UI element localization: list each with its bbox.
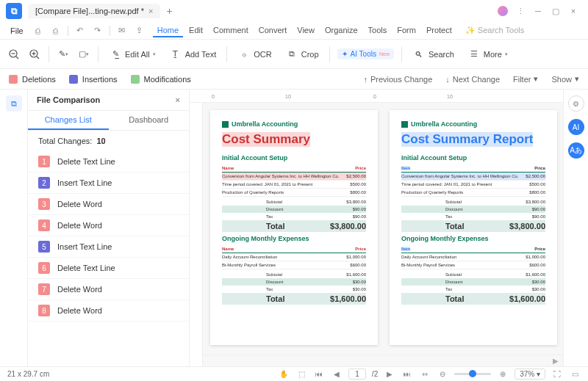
change-item[interactable]: 8Delete Word — [28, 300, 189, 322]
search-tools[interactable]: ✨ Search Tools — [465, 26, 524, 35]
close-panel-icon[interactable]: × — [176, 95, 180, 104]
table-1-right: ItemPrice Conversion from Angular System… — [401, 164, 545, 232]
table-row: Production of Quarterly Reports$800.00 — [401, 189, 545, 197]
pages-container: Umbrella Accounting Cost Summary Initial… — [190, 103, 563, 355]
logo-icon — [222, 121, 229, 128]
next-page-icon[interactable]: ▶ — [384, 369, 395, 380]
redo-icon[interactable]: ↷ — [90, 23, 105, 38]
last-page-icon[interactable]: ⏭ — [401, 369, 413, 380]
change-item[interactable]: 3Delete Word — [28, 194, 189, 215]
summary-row: Subtotal$1,600.00 — [222, 271, 366, 278]
slider-thumb[interactable] — [469, 370, 476, 377]
change-item[interactable]: 7Delete Word — [28, 279, 189, 300]
tab-dashboard[interactable]: Dashboard — [109, 111, 190, 130]
change-item[interactable]: 6Delete Text Line — [28, 258, 189, 279]
compare-panel-icon[interactable]: ⧉ — [6, 95, 22, 112]
tab-home[interactable]: Home — [153, 24, 183, 37]
ruler-horizontal: 010010 — [190, 90, 563, 103]
scroll-right-arrow[interactable]: ▶ — [553, 357, 559, 365]
change-item[interactable]: 1Delete Text Line — [28, 151, 189, 173]
section-heading: Initial Account Setup — [401, 154, 545, 162]
add-text-button[interactable]: ṮAdd Text — [166, 46, 220, 62]
close-window-button[interactable]: × — [564, 2, 582, 20]
crop-button[interactable]: ⧉Crop — [282, 46, 322, 62]
change-item[interactable]: 5Insert Text Line — [28, 236, 189, 258]
prev-page-icon[interactable]: ◀ — [331, 369, 343, 380]
change-label: Delete Text Line — [57, 157, 115, 166]
next-change-button[interactable]: ↓ Next Change — [445, 75, 500, 84]
page-right[interactable]: Umbrella Accounting Cost Summary Report … — [390, 110, 557, 345]
print-icon[interactable]: ⎙ — [49, 23, 63, 38]
page-input[interactable]: 1 — [348, 369, 366, 380]
kebab-icon[interactable]: ⋮ — [512, 2, 529, 20]
tab-organize[interactable]: Organize — [320, 24, 362, 37]
tab-title: [Compare File]...ting-new.pdf * — [35, 7, 144, 15]
fit-width-icon[interactable]: ⇔ — [419, 369, 431, 380]
minimize-button[interactable]: ─ — [529, 2, 547, 20]
zoom-in-sb-icon[interactable]: ⊕ — [497, 369, 509, 380]
tab-changes-list[interactable]: Changes List — [28, 111, 109, 130]
scrollbar-horizontal[interactable]: ▶ — [190, 355, 563, 366]
summary-row: Tax$90.00 — [222, 213, 366, 220]
right-rail: ⚙ AI Aあ — [563, 90, 588, 366]
highlighter-icon[interactable]: ✎▾ — [57, 48, 70, 61]
tab-view[interactable]: View — [293, 24, 319, 37]
edit-all-button[interactable]: ✎̲Edit All▾ — [106, 46, 159, 62]
section-heading: Ongoing Monthly Expenses — [401, 235, 545, 242]
tab-edit[interactable]: Edit — [184, 24, 207, 37]
menu-icon: ☰ — [467, 48, 481, 61]
search-icon: 🔍︎ — [412, 48, 426, 61]
total-changes: Total Changes:10 — [28, 131, 189, 151]
undo-icon[interactable]: ↶ — [73, 23, 87, 38]
share-icon[interactable]: ⇪ — [132, 23, 147, 38]
zoom-value[interactable]: 37% ▾ — [514, 369, 545, 380]
table-row: Bi-Monthly Payroll Services$600.00 — [222, 261, 366, 269]
settings-icon[interactable]: ⚙ — [568, 95, 584, 112]
zoom-out-icon[interactable] — [7, 48, 21, 61]
new-tab-button[interactable]: + — [166, 5, 172, 17]
document-tab[interactable]: [Compare File]...ting-new.pdf * × — [28, 4, 160, 18]
page-count: /2 — [372, 370, 378, 378]
search-button[interactable]: 🔍︎Search — [409, 46, 457, 62]
tab-protect[interactable]: Protect — [422, 24, 456, 37]
tab-convert[interactable]: Convert — [254, 24, 292, 37]
page-dimensions: 21 x 29.7 cm — [7, 370, 49, 378]
maximize-button[interactable]: ▢ — [547, 2, 564, 20]
select-tool-icon[interactable]: ⬚ — [295, 369, 307, 380]
ai-icon: ✦ — [342, 50, 348, 58]
summary-row: Total$3,800.00 — [222, 220, 366, 232]
ocr-icon: ⟐ — [237, 48, 251, 61]
ai-tools-button[interactable]: ✦AI ToolsNew — [337, 48, 394, 59]
translate-icon[interactable]: Aあ — [568, 142, 584, 159]
shape-icon[interactable]: ▢▾ — [77, 48, 90, 61]
summary-row: Subtotal$3,800.00 — [222, 198, 366, 206]
hand-tool-icon[interactable]: ✋ — [278, 369, 290, 380]
change-item[interactable]: 2Insert Text Line — [28, 173, 189, 194]
email-icon[interactable]: ✉ — [115, 23, 129, 38]
change-item[interactable]: 4Delete Word — [28, 215, 189, 236]
zoom-in-icon[interactable] — [28, 48, 41, 61]
ocr-button[interactable]: ⟐OCR — [234, 46, 274, 62]
filter-dropdown[interactable]: Filter ▾ — [513, 74, 538, 84]
diamond-icon[interactable] — [494, 2, 512, 20]
summary-row: Subtotal$1,600.00 — [401, 271, 545, 278]
change-number: 8 — [38, 305, 50, 316]
tab-comment[interactable]: Comment — [209, 24, 253, 37]
ai-assistant-icon[interactable]: AI — [568, 119, 584, 135]
tab-form[interactable]: Form — [392, 24, 420, 37]
change-number: 2 — [38, 177, 50, 189]
tab-tools[interactable]: Tools — [364, 24, 392, 37]
more-button[interactable]: ☰More▾ — [465, 46, 511, 62]
prev-change-button[interactable]: ↑ Previous Change — [363, 75, 432, 84]
page-left[interactable]: Umbrella Accounting Cost Summary Initial… — [210, 110, 378, 345]
change-number: 1 — [38, 156, 50, 167]
fullscreen-icon[interactable]: ⛶ — [551, 369, 563, 380]
close-tab-icon[interactable]: × — [148, 7, 153, 15]
zoom-out-sb-icon[interactable]: ⊖ — [437, 369, 448, 380]
file-menu[interactable]: File — [6, 25, 28, 37]
zoom-slider[interactable] — [454, 373, 491, 375]
read-mode-icon[interactable]: ▭ — [569, 369, 581, 380]
first-page-icon[interactable]: ⏮ — [313, 369, 325, 380]
show-dropdown[interactable]: Show ▾ — [551, 74, 579, 84]
save-icon[interactable]: ⎙ — [31, 23, 46, 38]
